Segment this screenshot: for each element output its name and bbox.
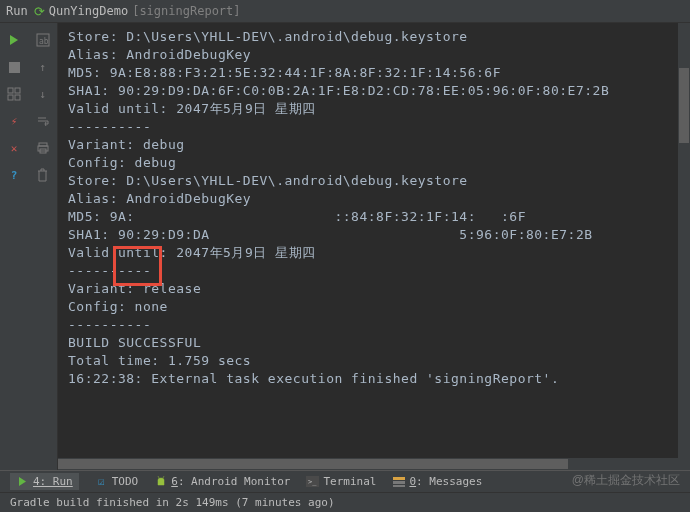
console-line: Valid until: 2047年5月9日 星期四 [68,100,680,118]
tab-run[interactable]: 4: Run [10,473,79,490]
svg-rect-0 [9,62,20,73]
stop-button[interactable] [4,57,24,77]
todo-icon: ☑ [95,475,108,488]
console-line: MD5: 9A:E8:88:F3:21:5E:32:44:1F:8A:8F:32… [68,64,680,82]
console-line: Alias: AndroidDebugKey [68,190,680,208]
console-line: Config: debug [68,154,680,172]
tab-label: 4: Run [33,475,73,488]
console-line: 16:22:38: External task execution finish… [68,370,680,388]
console-line: Alias: AndroidDebugKey [68,46,680,64]
print-button[interactable] [33,138,53,158]
filter-button[interactable]: ab [33,30,53,50]
tab-terminal[interactable]: >_ Terminal [306,475,376,488]
tab-todo[interactable]: ☑ TODO [95,475,139,488]
console-line: Variant: debug [68,136,680,154]
run-label: Run [6,4,28,18]
svg-text:ab: ab [39,37,49,46]
down-button[interactable]: ↓ [33,84,53,104]
terminal-icon: >_ [306,475,319,488]
svg-rect-13 [393,481,405,484]
attach-button[interactable]: ⚡ [4,111,24,131]
scrollbar-thumb[interactable] [679,68,689,143]
main-panel: ⚡ ✕ ? ab ↑ ↓ Store: D:\Users\YHLL-DEV\.a… [0,23,690,470]
close-button[interactable]: ✕ [4,138,24,158]
console-line: Store: D:\Users\YHLL-DEV\.android\debug.… [68,28,680,46]
console-line: Valid until: 2047年5月9日 星期四 [68,244,680,262]
svg-rect-1 [8,88,13,93]
wrap-button[interactable] [33,111,53,131]
project-name: QunYingDemo [49,4,128,18]
svg-text:>_: >_ [308,478,317,486]
console-line: Config: none [68,298,680,316]
status-text: Gradle build finished in 2s 149ms (7 min… [10,496,335,509]
svg-rect-3 [8,95,13,100]
layout-button[interactable] [4,84,24,104]
console-line: ---------- [68,262,680,280]
vertical-scrollbar[interactable] [678,23,690,470]
tab-label: Terminal [323,475,376,488]
horizontal-scrollbar[interactable] [58,458,690,470]
watermark: @稀土掘金技术社区 [572,472,680,489]
svg-rect-2 [15,88,20,93]
left-toolbar-1: ⚡ ✕ ? [0,23,28,470]
console-line: SHA1: 90:29:D9:DA 5:96:0F:80:E7:2B [68,226,680,244]
console-line: Total time: 1.759 secs [68,352,680,370]
up-button[interactable]: ↑ [33,57,53,77]
console-line: SHA1: 90:29:D9:DA:6F:C0:0B:2A:1F:E8:D2:C… [68,82,680,100]
messages-icon [392,475,405,488]
console-line: Variant: release [68,280,680,298]
svg-rect-12 [393,477,405,480]
console-line: ---------- [68,316,680,334]
console-output[interactable]: Store: D:\Users\YHLL-DEV\.android\debug.… [58,23,690,470]
tab-messages[interactable]: 0: Messages [392,475,482,488]
run-button[interactable] [4,30,24,50]
task-name: [signingReport] [132,4,240,18]
left-toolbar-2: ab ↑ ↓ [28,23,58,470]
refresh-icon[interactable]: ⟳ [34,4,45,19]
console-line: MD5: 9A: ::84:8F:32:1F:14: :6F [68,208,680,226]
console-line: Store: D:\Users\YHLL-DEV\.android\debug.… [68,172,680,190]
run-icon [16,475,29,488]
status-bar: Gradle build finished in 2s 149ms (7 min… [0,492,690,512]
run-header: Run ⟳ QunYingDemo [signingReport] [0,0,690,23]
console-line: ---------- [68,118,680,136]
tab-label: 6: Android Monitor [171,475,290,488]
console-line: BUILD SUCCESSFUL [68,334,680,352]
tab-label: TODO [112,475,139,488]
help-button[interactable]: ? [4,165,24,185]
android-icon [154,475,167,488]
tab-android-monitor[interactable]: 6: Android Monitor [154,475,290,488]
clear-button[interactable] [33,165,53,185]
svg-rect-4 [15,95,20,100]
tab-label: 0: Messages [409,475,482,488]
svg-rect-14 [393,485,405,487]
scrollbar-thumb[interactable] [58,459,568,469]
